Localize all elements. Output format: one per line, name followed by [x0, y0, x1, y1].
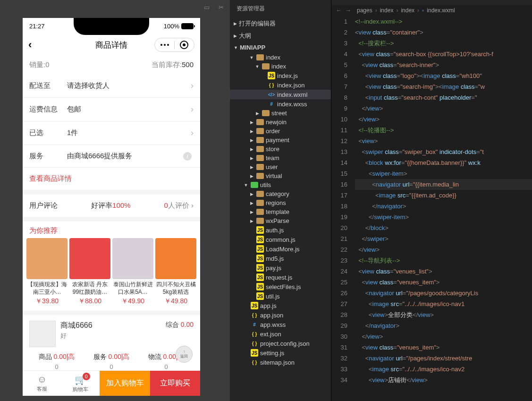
- tree-item[interactable]: { }index.json: [230, 80, 331, 90]
- explorer-panel: 资源管理器 ▶打开的编辑器 ▶大纲 ▼MINIAPP ▼index ▼index…: [230, 0, 331, 401]
- tree-item[interactable]: ▶wxParse: [230, 216, 331, 225]
- tree-item[interactable]: JSapp.js: [230, 301, 331, 310]
- shop-name: 商城6666: [60, 321, 161, 331]
- simulator-panel: ▭ ✂ 21:27 100% ‹ 商品详情: [0, 0, 230, 401]
- tree-item[interactable]: ▶store: [230, 145, 331, 154]
- recommend-item[interactable]: 农家新语 丹东99红颜奶油… ￥88.00: [69, 238, 110, 306]
- tree-item[interactable]: ▶order: [230, 127, 331, 136]
- explorer-section-open-editors[interactable]: ▶打开的编辑器: [230, 17, 331, 30]
- tree-item[interactable]: #index.wxss: [230, 99, 331, 109]
- recommend-item[interactable]: 四川不知火丑橘5kg装精选 ￥49.80: [155, 238, 196, 306]
- tree-item[interactable]: ▼utils: [230, 180, 331, 189]
- cart-button[interactable]: 0🛒购物车: [61, 371, 100, 396]
- tree-item[interactable]: ▼index: [230, 53, 331, 62]
- tree-item[interactable]: JSauth.js: [230, 225, 331, 235]
- tree-item[interactable]: ▼index: [230, 62, 331, 71]
- line-gutter: 1234567891011121314151617181920212223242…: [331, 16, 355, 401]
- shop-logo[interactable]: [29, 321, 56, 347]
- battery-icon: [181, 23, 194, 29]
- tree-item[interactable]: ▶payment: [230, 136, 331, 145]
- breadcrumb[interactable]: ←→ pages› index› index› ▫index.wxml: [331, 5, 532, 16]
- tree-item[interactable]: { }ext.json: [230, 329, 331, 339]
- nav-fwd-icon[interactable]: →: [346, 7, 351, 14]
- sales-stock-row: 销量:0 当前库存:500: [23, 56, 200, 74]
- status-time: 21:27: [29, 23, 45, 30]
- code-editor[interactable]: 1234567891011121314151617181920212223242…: [331, 16, 532, 401]
- customer-service-button[interactable]: ☺客服: [23, 371, 61, 396]
- notch: [74, 18, 149, 35]
- tree-item[interactable]: { }app.json: [230, 310, 331, 320]
- simulator-toolbar: ▭ ✂: [0, 0, 230, 14]
- tree-item[interactable]: #app.wxss: [230, 320, 331, 329]
- capsule: [154, 38, 194, 52]
- back-icon[interactable]: ‹: [28, 39, 32, 51]
- tree-item[interactable]: JScommon.js: [230, 235, 331, 244]
- spec-row[interactable]: 服务由商城6666提供服务i: [23, 145, 200, 168]
- view-detail-link[interactable]: 查看商品详情: [23, 168, 200, 190]
- tree-item[interactable]: ▶category: [230, 189, 331, 198]
- comment-summary[interactable]: 用户评论 好评率100% 0人评价 ›: [23, 195, 200, 217]
- nav-back-icon[interactable]: ←: [336, 7, 342, 14]
- shop-card: 商城6666 好 综合 0.00 商品 0.00|高 0 销量 服务 0.00|…: [23, 315, 200, 370]
- tree-item[interactable]: { }project.config.json: [230, 339, 331, 348]
- shop-stat: 商品 0.00|高 0 销量: [29, 353, 84, 370]
- editor-tabs[interactable]: [331, 0, 532, 5]
- responsive-icon[interactable]: ▭: [202, 2, 212, 12]
- recommend-item[interactable]: 【现摘现发】海南三亚小… ￥39.80: [26, 238, 68, 306]
- buy-now-button[interactable]: 立即购买: [150, 371, 200, 396]
- tree-item[interactable]: JSrequest.js: [230, 273, 331, 282]
- spec-row[interactable]: 配送至请选择收货人›: [23, 74, 200, 98]
- explorer-section-project[interactable]: ▼MINIAPP: [230, 42, 331, 53]
- spec-row[interactable]: 运费信息包邮›: [23, 98, 200, 121]
- recommend-grid: 【现摘现发】海南三亚小… ￥39.80 农家新语 丹东99红颜奶油… ￥88.0…: [23, 238, 200, 310]
- capsule-menu[interactable]: [155, 38, 174, 51]
- spec-row[interactable]: 已选1件›: [23, 121, 200, 145]
- recommend-item[interactable]: 泰国山竹新鲜进口水果5A… ￥49.90: [112, 238, 153, 306]
- tree-item[interactable]: ▶team: [230, 154, 331, 162]
- code-area[interactable]: <!--index.wxml--><view class="container"…: [355, 16, 532, 401]
- tree-item[interactable]: JSutil.js: [230, 291, 331, 301]
- tree-item[interactable]: ▶street: [230, 109, 331, 118]
- tree-item[interactable]: </>index.wxml: [230, 90, 331, 99]
- tree-item[interactable]: ▶virtual: [230, 171, 331, 180]
- tree-item[interactable]: JSsetting.js: [230, 348, 331, 358]
- recommend-title: 为你推荐: [23, 222, 200, 238]
- nav-bar: ‹ 商品详情: [23, 34, 200, 56]
- bottom-action-bar: ☺客服 0🛒购物车 加入购物车 立即购买: [23, 370, 200, 396]
- tree-item[interactable]: JSindex.js: [230, 71, 331, 80]
- screenshot-icon[interactable]: ✂: [216, 2, 226, 12]
- page-title: 商品详情: [95, 40, 127, 51]
- file-tree: ▼index ▼index JSindex.js { }index.json <…: [230, 53, 331, 367]
- shop-rating: 综合 0.00: [166, 321, 194, 329]
- tree-item[interactable]: JSmd5.js: [230, 254, 331, 263]
- tree-item[interactable]: JSLoadMore.js: [230, 244, 331, 254]
- tree-item[interactable]: ▶template: [230, 207, 331, 216]
- battery-pct: 100%: [164, 23, 179, 30]
- tree-item[interactable]: { }sitemap.json: [230, 358, 331, 367]
- shop-stat: 服务 0.00|高 0 收藏: [84, 353, 139, 370]
- phone-frame: 21:27 100% ‹ 商品详情 销量:0 当前库存:500: [23, 18, 200, 396]
- page-content[interactable]: 销量:0 当前库存:500 配送至请选择收货人›运费信息包邮›已选1件›服务由商…: [23, 56, 200, 370]
- tree-item[interactable]: JSselectFiles.js: [230, 282, 331, 291]
- capsule-close[interactable]: [175, 38, 194, 51]
- tree-item[interactable]: JSpay.js: [230, 263, 331, 273]
- tree-item[interactable]: ▶newjoin: [230, 118, 331, 127]
- scroll-top-button[interactable]: ↑返回: [176, 346, 193, 363]
- tree-item[interactable]: ▶user: [230, 162, 331, 171]
- explorer-section-outline[interactable]: ▶大纲: [230, 30, 331, 42]
- editor-panel: ←→ pages› index› index› ▫index.wxml 1234…: [331, 0, 532, 401]
- add-to-cart-button[interactable]: 加入购物车: [100, 371, 150, 396]
- explorer-title: 资源管理器: [230, 0, 331, 17]
- tree-item[interactable]: ▶regions: [230, 198, 331, 207]
- cart-badge: 0: [83, 373, 90, 380]
